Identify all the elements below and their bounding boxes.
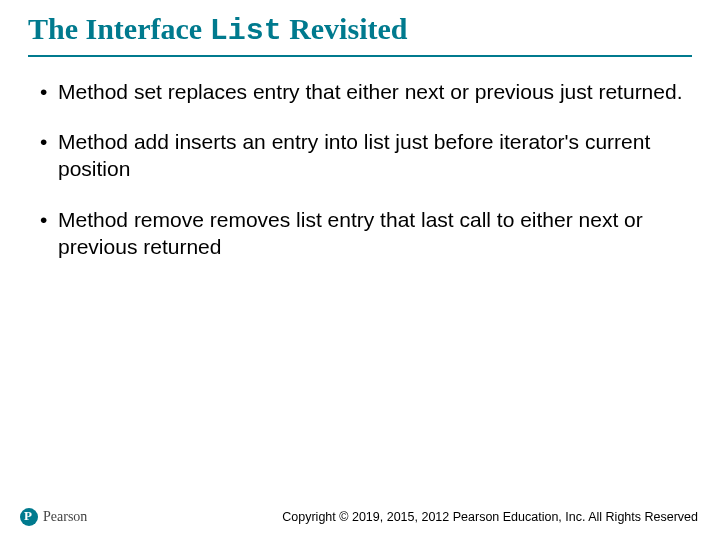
footer: Pearson Copyright © 2019, 2015, 2012 Pea… bbox=[0, 508, 720, 526]
bullet-list: Method set replaces entry that either ne… bbox=[28, 79, 692, 261]
slide: The Interface List Revisited Method set … bbox=[0, 0, 720, 540]
list-item: Method set replaces entry that either ne… bbox=[40, 79, 688, 106]
brand-name: Pearson bbox=[43, 509, 87, 525]
bullet-text: Method set replaces entry that either ne… bbox=[58, 80, 683, 103]
bullet-text: Method add inserts an entry into list ju… bbox=[58, 130, 650, 180]
title-part-mono: List bbox=[210, 14, 282, 48]
brand-logo: Pearson bbox=[20, 508, 87, 526]
title-part-post: Revisited bbox=[282, 12, 408, 45]
copyright-text: Copyright © 2019, 2015, 2012 Pearson Edu… bbox=[282, 510, 698, 524]
pearson-logo-icon bbox=[20, 508, 38, 526]
bullet-text: Method remove removes list entry that la… bbox=[58, 208, 643, 258]
title-part-pre: The Interface bbox=[28, 12, 210, 45]
list-item: Method add inserts an entry into list ju… bbox=[40, 129, 688, 183]
slide-title: The Interface List Revisited bbox=[28, 12, 692, 57]
list-item: Method remove removes list entry that la… bbox=[40, 207, 688, 261]
